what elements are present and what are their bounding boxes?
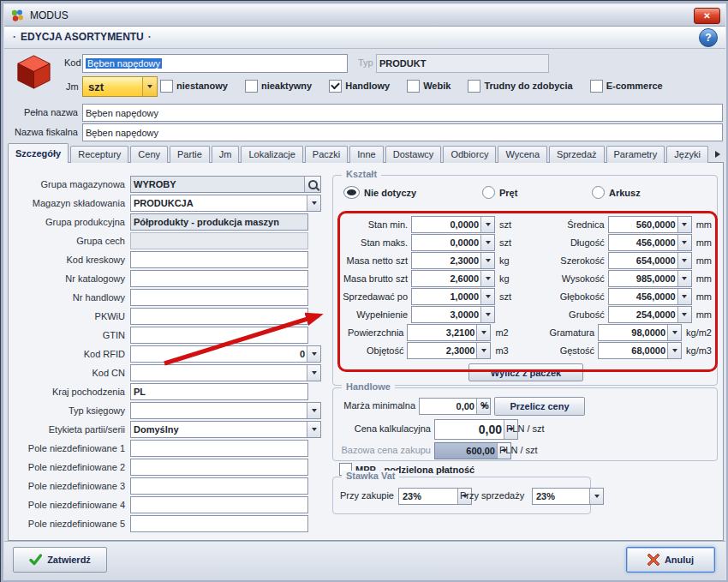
tab-overflow-icon[interactable] (715, 151, 724, 158)
checkbox-trudny-do-zdobycia[interactable]: Trudny do zdobycia (468, 80, 572, 93)
grupa-produkcyjna-field[interactable]: Półprodukty - produkcja maszyn (130, 213, 308, 231)
chevron-down-icon[interactable] (480, 217, 494, 232)
pole-niezdefiniowane-5-field[interactable] (130, 515, 308, 532)
radio-nie-dotyczy[interactable]: Nie dotyczy (343, 186, 416, 199)
srednica-field[interactable]: 560,0000 (608, 216, 692, 233)
chevron-down-icon[interactable] (480, 253, 494, 268)
zatwierdz-button[interactable]: Zatwierdź (13, 547, 107, 573)
chevron-down-icon[interactable] (480, 235, 494, 250)
dlugosc-field[interactable]: 456,0000 (608, 234, 692, 251)
radio-pret[interactable]: Pręt (482, 186, 517, 199)
tab-receptury[interactable]: Receptury (70, 146, 128, 163)
tab-parametry[interactable]: Parametry (606, 146, 665, 163)
masa-netto-field[interactable]: 2,3000 (411, 252, 495, 269)
glebokosc-field[interactable]: 456,0000 (608, 288, 692, 305)
powierzchnia-field[interactable]: 3,2100 (407, 324, 491, 341)
radio-arkusz[interactable]: Arkusz (592, 186, 641, 199)
wylicz-z-paczek-button[interactable]: Wylicz z paczek (468, 363, 583, 381)
checkbox-webik[interactable]: Webik (407, 80, 451, 93)
chevron-down-icon[interactable] (307, 365, 320, 381)
checkbox-box-checked[interactable] (329, 80, 342, 93)
chevron-down-icon[interactable] (677, 307, 691, 322)
wypelnienie-field[interactable]: 3,0000 (411, 306, 495, 323)
chevron-down-icon[interactable] (589, 489, 603, 504)
chevron-down-icon[interactable] (677, 289, 691, 304)
chevron-down-icon[interactable] (476, 343, 490, 358)
chevron-down-icon[interactable] (677, 271, 691, 286)
chevron-down-icon[interactable] (677, 217, 691, 232)
pelna-nazwa-input[interactable]: Bęben napędowy (82, 104, 723, 122)
kod-rfid-field[interactable]: 0 (130, 345, 321, 363)
chevron-down-icon[interactable] (677, 235, 691, 250)
przelicz-ceny-button[interactable]: Przelicz ceny (494, 397, 585, 416)
radio-dot[interactable] (482, 186, 495, 199)
checkbox-box[interactable] (245, 80, 258, 93)
sprzedawac-po-field[interactable]: 1,0000 (411, 288, 495, 305)
etykieta-partii-field[interactable]: Domyślny (130, 421, 321, 438)
checkbox-box[interactable] (160, 80, 173, 93)
stan-min-field[interactable]: 0,0000 (411, 216, 495, 233)
chevron-down-icon[interactable] (307, 403, 320, 418)
chevron-down-icon[interactable] (667, 343, 681, 358)
tab-jezyki[interactable]: Języki (666, 146, 708, 163)
chevron-down-icon[interactable] (142, 77, 157, 96)
wysokosc-field[interactable]: 985,0000 (608, 270, 692, 287)
radio-dot-selected[interactable] (343, 186, 360, 199)
chevron-down-icon[interactable] (480, 307, 494, 322)
szerokosc-field[interactable]: 654,0000 (608, 252, 692, 269)
checkbox-e-commerce[interactable]: E-commerce (590, 80, 663, 93)
kod-input[interactable]: Bęben napędowy (82, 54, 348, 73)
chevron-down-icon[interactable] (307, 422, 320, 437)
pole-niezdefiniowane-2-field[interactable] (130, 459, 308, 476)
tab-partie[interactable]: Partie (170, 146, 210, 163)
pole-niezdefiniowane-1-field[interactable] (130, 440, 308, 457)
chevron-down-icon[interactable] (480, 271, 494, 286)
grupa-magazynowa-field[interactable]: WYROBY (130, 176, 321, 193)
chevron-down-icon[interactable] (476, 325, 490, 340)
help-button[interactable]: ? (699, 28, 718, 47)
tab-wycena[interactable]: Wycena (498, 146, 547, 163)
chevron-down-icon[interactable] (667, 325, 681, 340)
masa-brutto-field[interactable]: 2,6000 (411, 270, 495, 287)
checkbox-box[interactable] (407, 80, 420, 93)
magazyn-skladowania-field[interactable]: PRODUKCJA (130, 195, 321, 212)
chevron-down-icon[interactable] (677, 253, 691, 268)
kraj-pochodzenia-field[interactable]: PL (130, 383, 308, 400)
anuluj-button[interactable]: Anuluj (626, 547, 715, 573)
nr-handlowy-field[interactable] (130, 289, 308, 306)
kod-kreskowy-field[interactable] (130, 251, 308, 268)
tab-odbiorcy[interactable]: Odbiorcy (443, 146, 496, 163)
close-button[interactable]: ✕ (694, 8, 720, 24)
chevron-down-icon[interactable] (480, 289, 494, 304)
checkbox-box[interactable] (590, 80, 603, 93)
tab-lokalizacje[interactable]: Lokalizacje (241, 146, 302, 163)
grubosc-field[interactable]: 254,0000 (608, 306, 692, 323)
search-icon[interactable] (304, 177, 320, 192)
gramatura-field[interactable]: 98,0000 (598, 324, 682, 341)
vat-sprzedaz-field[interactable]: 23% (532, 488, 604, 505)
jm-combo[interactable]: szt (82, 76, 158, 97)
tab-szczegoly[interactable]: Szczegóły (8, 143, 69, 163)
checkbox-nieaktywny[interactable]: nieaktywny (245, 80, 312, 93)
gtin-field[interactable] (130, 327, 308, 344)
tab-inne[interactable]: Inne (349, 146, 383, 163)
nazwa-fiskalna-input[interactable]: Bęben napędowy (82, 123, 723, 141)
typ-ksiegowy-field[interactable] (130, 402, 321, 419)
checkbox-niestanowy[interactable]: niestanowy (160, 80, 228, 93)
objetosc-field[interactable]: 2,3000 (407, 342, 491, 359)
checkbox-handlowy[interactable]: Handlowy (329, 80, 390, 93)
tab-paczki[interactable]: Paczki (305, 146, 348, 163)
stan-maks-field[interactable]: 0,0000 (411, 234, 495, 251)
tab-jm[interactable]: Jm (212, 146, 240, 163)
tab-ceny[interactable]: Ceny (130, 146, 168, 163)
checkbox-box[interactable] (468, 80, 480, 93)
tab-dostawcy[interactable]: Dostawcy (385, 146, 442, 163)
pkwiu-field[interactable] (130, 308, 308, 325)
pole-niezdefiniowane-3-field[interactable] (130, 477, 308, 495)
tab-sprzedaz[interactable]: Sprzedaż (549, 146, 604, 163)
gestosc-field[interactable]: 68,0000 (598, 342, 682, 359)
radio-dot[interactable] (592, 186, 605, 199)
chevron-down-icon[interactable] (307, 346, 320, 362)
pole-niezdefiniowane-4-field[interactable] (130, 496, 308, 513)
kod-cn-field[interactable] (130, 364, 321, 381)
